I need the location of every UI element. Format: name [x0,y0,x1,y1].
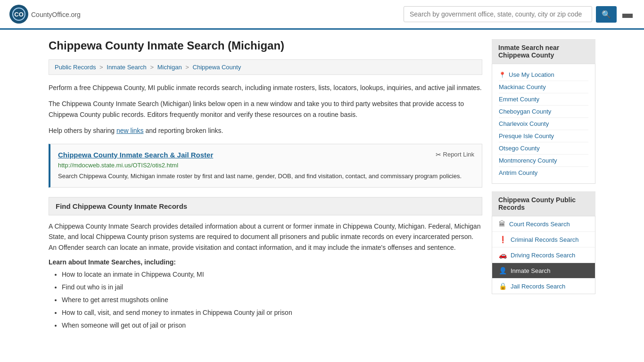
criminal-records-link[interactable]: Criminal Records Search [511,236,579,243]
use-my-location-link[interactable]: Use My Location [509,71,554,78]
antrim-county-item[interactable]: Antrim County [499,167,588,179]
section-para: A Chippewa County Inmate Search provides… [49,221,482,253]
driving-icon: 🚗 [499,251,507,259]
emmet-county-item[interactable]: Emmet County [499,93,588,106]
breadcrumb-chippewa[interactable]: Chippewa County [193,64,241,71]
emmet-county-link[interactable]: Emmet County [499,96,539,103]
list-item: How to call, visit, and send money to in… [62,308,482,318]
cheboygan-county-link[interactable]: Cheboygan County [499,108,551,115]
jail-records-item[interactable]: 🔒 Jail Records Search [492,279,595,294]
hamburger-icon [622,14,633,15]
location-pin-icon: 📍 [499,72,506,78]
presque-isle-county-item[interactable]: Presque Isle County [499,130,588,142]
inmate-icon: 👤 [499,267,507,274]
logo-icon: CO [9,5,28,24]
link-card: Chippewa County Inmate Search & Jail Ros… [49,144,482,188]
link-card-url: http://mdocweb.state.mi.us/OTIS2/otis2.h… [58,162,474,169]
presque-isle-county-link[interactable]: Presque Isle County [499,132,554,140]
find-records-section-header: Find Chippewa County Inmate Records [49,197,482,215]
search-icon: 🔍 [602,10,611,18]
court-records-link[interactable]: Court Records Search [509,221,570,228]
charlevoix-county-item[interactable]: Charlevoix County [499,118,588,130]
report-icon: ✂ [436,151,441,158]
driving-records-link[interactable]: Driving Records Search [511,252,575,259]
sidebar-public-header: Chippewa County Public Records [492,191,595,216]
breadcrumb-sep-1: > [99,64,105,71]
montmorency-county-link[interactable]: Montmorency County [499,157,557,164]
list-item: How to locate an inmate in Chippewa Coun… [62,270,482,280]
content-area: Chippewa County Inmate Search (Michigan)… [49,39,482,333]
intro-para-3: Help others by sharing new links and rep… [49,125,482,136]
breadcrumb-sep-3: > [185,64,190,71]
link-card-title[interactable]: Chippewa County Inmate Search & Jail Ros… [58,151,213,159]
search-input[interactable] [404,6,592,22]
use-my-location-item[interactable]: 📍 Use My Location [499,69,588,81]
main-container: Chippewa County Inmate Search (Michigan)… [39,30,605,343]
jail-icon: 🔒 [499,282,507,290]
list-item: Find out who is in jail [62,282,482,292]
antrim-county-link[interactable]: Antrim County [499,169,537,176]
link-card-description: Search Chippewa County, Michigan inmate … [58,172,474,181]
court-icon: 🏛 [499,220,505,228]
breadcrumb-public-records[interactable]: Public Records [55,64,96,71]
link-card-header: Chippewa County Inmate Search & Jail Ros… [58,151,474,159]
svg-text:CO: CO [14,11,24,18]
para3-prefix: Help others by sharing [49,127,116,134]
para3-suffix: and reporting broken links. [144,127,223,134]
search-area: 🔍 [404,6,635,23]
montmorency-county-item[interactable]: Montmorency County [499,155,588,167]
breadcrumb-michigan[interactable]: Michigan [157,64,182,71]
inmate-search-link[interactable]: Inmate Search [511,267,551,274]
menu-button[interactable] [620,12,635,17]
sidebar-near-header: Inmate Search near Chippewa County [492,39,595,64]
sidebar: Inmate Search near Chippewa County 📍 Use… [492,39,595,333]
page-title: Chippewa County Inmate Search (Michigan) [49,39,482,52]
report-link-button[interactable]: ✂ Report Link [436,151,474,158]
list-item: Where to get arrest mugshots online [62,295,482,305]
otsego-county-link[interactable]: Otsego County [499,145,540,152]
breadcrumb-sep-2: > [150,64,155,71]
header: CO CountyOffice.org 🔍 [0,0,644,30]
driving-records-item[interactable]: 🚗 Driving Records Search [492,247,595,263]
mackinac-county-link[interactable]: Mackinac County [499,83,546,90]
criminal-icon: ❗ [499,236,507,243]
learn-items-list: How to locate an inmate in Chippewa Coun… [62,270,482,330]
new-links-link[interactable]: new links [116,127,144,134]
logo-area: CO CountyOffice.org [9,5,81,24]
breadcrumb: Public Records > Inmate Search > Michiga… [49,59,482,75]
sidebar-public-content: 🏛 Court Records Search ❗ Criminal Record… [492,216,595,294]
intro-para-2: The Chippewa County Inmate Search (Michi… [49,99,482,120]
mackinac-county-item[interactable]: Mackinac County [499,81,588,93]
charlevoix-county-link[interactable]: Charlevoix County [499,120,549,127]
learn-header: Learn about Inmate Searches, including: [49,258,482,266]
court-records-item[interactable]: 🏛 Court Records Search [492,216,595,232]
inmate-search-item[interactable]: 👤 Inmate Search [492,263,595,279]
criminal-records-item[interactable]: ❗ Criminal Records Search [492,232,595,247]
jail-records-link[interactable]: Jail Records Search [511,283,565,290]
search-button[interactable]: 🔍 [596,6,617,23]
intro-para-1: Perform a free Chippewa County, MI publi… [49,82,482,93]
cheboygan-county-item[interactable]: Cheboygan County [499,106,588,118]
list-item: When someone will get out of jail or pri… [62,321,482,330]
sidebar-near-content: 📍 Use My Location Mackinac County Emmet … [492,64,595,184]
logo-text: CountyOffice.org [31,9,81,19]
otsego-county-item[interactable]: Otsego County [499,142,588,155]
breadcrumb-inmate-search[interactable]: Inmate Search [107,64,147,71]
